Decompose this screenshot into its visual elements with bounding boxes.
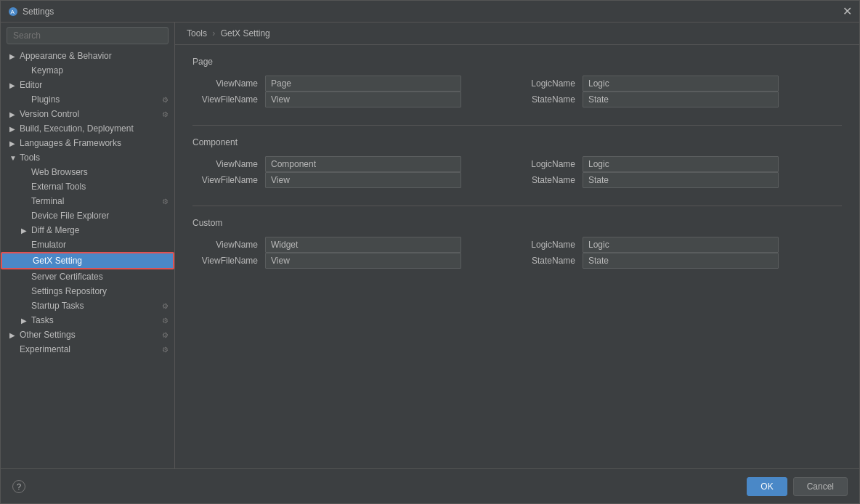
sidebar-label: Server Certificates [31,272,103,282]
section-separator [192,125,842,126]
right-panel: Tools › GetX Setting Page ViewName Logic… [175,23,859,468]
sidebar-label: Build, Execution, Deployment [20,123,134,134]
sidebar-item-appearance[interactable]: ▶Appearance & Behavior [1,49,174,63]
sidebar-item-languages[interactable]: ▶Languages & Frameworks [1,136,174,150]
settings-window: A Settings ✕ ▶Appearance & Behavior Keym… [0,0,860,504]
section-title-page: Page [192,57,842,67]
close-button[interactable]: ✕ [842,7,852,17]
sidebar-label: Languages & Frameworks [20,138,121,148]
form-group-right: StateName [517,253,842,269]
badge-icon: ⚙ [162,110,169,118]
label-page-right-1: StateName [517,94,583,105]
badge-icon: ⚙ [162,302,169,310]
sidebar-item-settings-repository[interactable]: Settings Repository [1,284,174,298]
input-component-left-0[interactable] [265,156,461,172]
sidebar-item-plugins[interactable]: Plugins⚙ [1,92,174,107]
label-component-right-1: StateName [517,175,583,185]
breadcrumb-separator: › [212,28,215,38]
sidebar-label: Keymap [31,65,63,76]
sidebar-item-experimental[interactable]: Experimental⚙ [1,342,174,357]
arrow-icon: ▶ [9,52,17,60]
sidebar-item-tasks[interactable]: ▶Tasks⚙ [1,313,174,328]
form-group-left: ViewName [192,237,517,253]
badge-icon: ⚙ [162,331,169,339]
sidebar-label: Web Browsers [31,167,88,177]
title-bar: A Settings ✕ [1,1,859,23]
window-title: Settings [23,7,842,17]
sidebar-item-build[interactable]: ▶Build, Execution, Deployment [1,121,174,136]
sidebar-item-getx-setting[interactable]: GetX Setting [1,252,174,269]
sidebar-label: Appearance & Behavior [20,51,112,61]
breadcrumb-current: GetX Setting [221,28,270,38]
badge-icon: ⚙ [162,346,169,354]
footer: ? OK Cancel [1,468,859,503]
form-row-custom-0: ViewName LogicName [192,237,842,253]
arrow-icon: ▶ [21,317,28,325]
sidebar: ▶Appearance & Behavior Keymap▶Editor Plu… [1,23,175,468]
sidebar-label: Emulator [31,240,66,250]
sidebar-item-web-browsers[interactable]: Web Browsers [1,165,174,179]
form-group-right: StateName [517,172,842,188]
label-custom-right-0: LogicName [517,240,583,250]
label-custom-left-1: ViewFileName [192,256,265,266]
sidebar-item-tools[interactable]: ▼Tools [1,150,174,165]
breadcrumb: Tools › GetX Setting [175,23,859,45]
section-page: Page ViewName LogicName ViewFileName Sta… [192,57,842,107]
form-row-custom-1: ViewFileName StateName [192,253,842,269]
ok-button[interactable]: OK [747,477,787,496]
sidebar-label: Startup Tasks [31,301,84,311]
sidebar-label: Diff & Merge [31,225,79,235]
input-page-left-0[interactable] [265,76,461,92]
input-custom-left-1[interactable] [265,253,461,269]
cancel-button[interactable]: Cancel [793,477,848,496]
input-custom-right-0[interactable] [583,237,779,253]
form-group-left: ViewFileName [192,92,517,107]
input-page-right-0[interactable] [583,76,779,92]
sidebar-label: Version Control [20,109,79,119]
section-separator [192,206,842,206]
arrow-icon: ▶ [9,81,17,89]
form-row-page-1: ViewFileName StateName [192,92,842,107]
sidebar-item-emulator[interactable]: Emulator [1,237,174,252]
sidebar-item-editor[interactable]: ▶Editor [1,78,174,92]
sidebar-label: Editor [20,80,42,90]
input-component-right-0[interactable] [583,156,779,172]
section-custom: Custom ViewName LogicName ViewFileName S… [192,218,842,269]
help-button[interactable]: ? [12,480,25,493]
sidebar-item-diff-merge[interactable]: ▶Diff & Merge [1,223,174,237]
sidebar-item-terminal[interactable]: Terminal⚙ [1,194,174,208]
search-input[interactable] [7,27,169,44]
sidebar-label: Device File Explorer [31,211,109,221]
main-content: ▶Appearance & Behavior Keymap▶Editor Plu… [1,23,859,468]
sidebar-label: Other Settings [20,330,76,340]
sidebar-item-other-settings[interactable]: ▶Other Settings⚙ [1,328,174,342]
sidebar-item-keymap[interactable]: Keymap [1,63,174,78]
sidebar-item-startup-tasks[interactable]: Startup Tasks⚙ [1,298,174,313]
label-page-left-0: ViewName [192,78,265,89]
form-group-right: StateName [517,92,842,107]
input-page-right-1[interactable] [583,92,779,107]
sidebar-item-device-file-explorer[interactable]: Device File Explorer [1,208,174,223]
footer-right: OK Cancel [747,477,848,496]
arrow-icon: ▶ [9,139,17,147]
arrow-icon: ▶ [9,331,17,339]
breadcrumb-parent[interactable]: Tools [187,28,207,38]
input-custom-right-1[interactable] [583,253,779,269]
input-component-right-1[interactable] [583,172,779,188]
sidebar-item-version-control[interactable]: ▶Version Control⚙ [1,107,174,121]
badge-icon: ⚙ [162,96,169,104]
app-icon: A [8,7,18,17]
form-group-right: LogicName [517,76,842,92]
input-component-left-1[interactable] [265,172,461,188]
section-component: Component ViewName LogicName ViewFileNam… [192,137,842,188]
sidebar-item-external-tools[interactable]: External Tools [1,179,174,194]
arrow-icon: ▶ [9,110,17,118]
label-page-left-1: ViewFileName [192,94,265,105]
label-page-right-0: LogicName [517,78,583,89]
svg-text:A: A [11,9,15,15]
label-component-left-1: ViewFileName [192,175,265,185]
input-custom-left-0[interactable] [265,237,461,253]
sidebar-item-server-certificates[interactable]: Server Certificates [1,269,174,284]
input-page-left-1[interactable] [265,92,461,107]
label-component-left-0: ViewName [192,159,265,169]
